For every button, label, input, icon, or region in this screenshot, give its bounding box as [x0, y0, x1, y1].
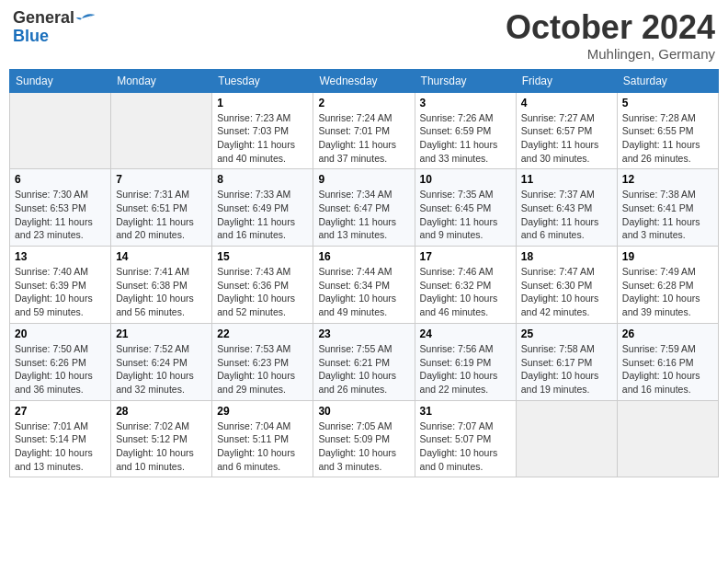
- day-info: Sunrise: 7:49 AM Sunset: 6:28 PM Dayligh…: [622, 265, 713, 319]
- day-of-week-header: Thursday: [415, 69, 516, 92]
- calendar-day-cell: 4Sunrise: 7:27 AM Sunset: 6:57 PM Daylig…: [516, 92, 617, 169]
- day-info: Sunrise: 7:31 AM Sunset: 6:51 PM Dayligh…: [116, 188, 207, 242]
- day-info: Sunrise: 7:56 AM Sunset: 6:19 PM Dayligh…: [420, 342, 511, 396]
- day-number: 1: [217, 97, 308, 109]
- day-info: Sunrise: 7:50 AM Sunset: 6:26 PM Dayligh…: [15, 342, 106, 396]
- calendar-day-cell: 18Sunrise: 7:47 AM Sunset: 6:30 PM Dayli…: [516, 247, 617, 324]
- calendar-day-cell: 22Sunrise: 7:53 AM Sunset: 6:23 PM Dayli…: [212, 323, 313, 400]
- calendar-day-cell: 31Sunrise: 7:07 AM Sunset: 5:07 PM Dayli…: [415, 400, 516, 477]
- day-info: Sunrise: 7:46 AM Sunset: 6:32 PM Dayligh…: [420, 265, 511, 319]
- calendar-day-cell: 15Sunrise: 7:43 AM Sunset: 6:36 PM Dayli…: [212, 247, 313, 324]
- day-number: 13: [15, 250, 106, 263]
- day-info: Sunrise: 7:30 AM Sunset: 6:53 PM Dayligh…: [15, 188, 106, 242]
- day-info: Sunrise: 7:26 AM Sunset: 6:59 PM Dayligh…: [420, 111, 511, 166]
- day-info: Sunrise: 7:01 AM Sunset: 5:14 PM Dayligh…: [15, 419, 106, 474]
- day-number: 4: [521, 97, 612, 109]
- day-number: 12: [622, 173, 713, 186]
- day-info: Sunrise: 7:55 AM Sunset: 6:21 PM Dayligh…: [318, 342, 409, 396]
- day-of-week-header: Monday: [111, 69, 212, 92]
- day-info: Sunrise: 7:37 AM Sunset: 6:43 PM Dayligh…: [521, 188, 612, 242]
- day-info: Sunrise: 7:24 AM Sunset: 7:01 PM Dayligh…: [318, 111, 409, 166]
- day-info: Sunrise: 7:04 AM Sunset: 5:11 PM Dayligh…: [217, 419, 308, 474]
- day-info: Sunrise: 7:47 AM Sunset: 6:30 PM Dayligh…: [521, 265, 612, 319]
- day-number: 23: [318, 327, 409, 340]
- day-info: Sunrise: 7:34 AM Sunset: 6:47 PM Dayligh…: [318, 188, 409, 242]
- calendar-day-cell: 9Sunrise: 7:34 AM Sunset: 6:47 PM Daylig…: [313, 169, 415, 247]
- day-info: Sunrise: 7:53 AM Sunset: 6:23 PM Dayligh…: [217, 342, 308, 396]
- day-number: 27: [15, 405, 106, 418]
- title-block: October 2024 Muhlingen, Germany: [506, 9, 715, 62]
- calendar-day-cell: 24Sunrise: 7:56 AM Sunset: 6:19 PM Dayli…: [415, 323, 516, 400]
- calendar-day-cell: 20Sunrise: 7:50 AM Sunset: 6:26 PM Dayli…: [10, 323, 111, 400]
- calendar-day-cell: 5Sunrise: 7:28 AM Sunset: 6:55 PM Daylig…: [617, 92, 718, 169]
- day-of-week-header: Tuesday: [212, 69, 313, 92]
- calendar-week-row: 6Sunrise: 7:30 AM Sunset: 6:53 PM Daylig…: [10, 169, 719, 247]
- day-of-week-header: Sunday: [10, 69, 111, 92]
- day-of-week-header: Saturday: [617, 69, 718, 92]
- calendar-day-cell: 7Sunrise: 7:31 AM Sunset: 6:51 PM Daylig…: [111, 169, 212, 247]
- day-info: Sunrise: 7:28 AM Sunset: 6:55 PM Dayligh…: [622, 111, 713, 166]
- day-info: Sunrise: 7:43 AM Sunset: 6:36 PM Dayligh…: [217, 265, 308, 319]
- day-number: 2: [318, 97, 409, 109]
- page-header: General Blue October 2024 Muhlingen, Ger…: [9, 9, 719, 62]
- calendar-day-cell: 23Sunrise: 7:55 AM Sunset: 6:21 PM Dayli…: [313, 323, 415, 400]
- day-number: 7: [116, 173, 207, 186]
- logo-general: General: [13, 9, 74, 28]
- day-number: 16: [318, 250, 409, 263]
- calendar-day-cell: [516, 400, 617, 477]
- day-number: 31: [420, 405, 511, 418]
- calendar-day-cell: [10, 92, 111, 169]
- day-number: 18: [521, 250, 612, 263]
- calendar-day-cell: 6Sunrise: 7:30 AM Sunset: 6:53 PM Daylig…: [10, 169, 111, 247]
- calendar-day-cell: 30Sunrise: 7:05 AM Sunset: 5:09 PM Dayli…: [313, 400, 415, 477]
- calendar-day-cell: [617, 400, 718, 477]
- day-info: Sunrise: 7:52 AM Sunset: 6:24 PM Dayligh…: [116, 342, 207, 396]
- day-number: 24: [420, 327, 511, 340]
- day-info: Sunrise: 7:41 AM Sunset: 6:38 PM Dayligh…: [116, 265, 207, 319]
- logo-bird-icon: [74, 9, 97, 28]
- calendar-day-cell: 14Sunrise: 7:41 AM Sunset: 6:38 PM Dayli…: [111, 247, 212, 324]
- day-number: 21: [116, 327, 207, 340]
- calendar-day-cell: 28Sunrise: 7:02 AM Sunset: 5:12 PM Dayli…: [111, 400, 212, 477]
- logo-blue: Blue: [13, 28, 49, 46]
- day-info: Sunrise: 7:35 AM Sunset: 6:45 PM Dayligh…: [420, 188, 511, 242]
- day-number: 9: [318, 173, 409, 186]
- calendar-day-cell: 25Sunrise: 7:58 AM Sunset: 6:17 PM Dayli…: [516, 323, 617, 400]
- day-number: 17: [420, 250, 511, 263]
- day-number: 11: [521, 173, 612, 186]
- day-number: 6: [15, 173, 106, 186]
- calendar-week-row: 20Sunrise: 7:50 AM Sunset: 6:26 PM Dayli…: [10, 323, 719, 400]
- calendar-day-cell: 8Sunrise: 7:33 AM Sunset: 6:49 PM Daylig…: [212, 169, 313, 247]
- day-number: 15: [217, 250, 308, 263]
- calendar-day-cell: 19Sunrise: 7:49 AM Sunset: 6:28 PM Dayli…: [617, 247, 718, 324]
- day-info: Sunrise: 7:07 AM Sunset: 5:07 PM Dayligh…: [420, 419, 511, 474]
- day-info: Sunrise: 7:23 AM Sunset: 7:03 PM Dayligh…: [217, 111, 308, 166]
- calendar-day-cell: 29Sunrise: 7:04 AM Sunset: 5:11 PM Dayli…: [212, 400, 313, 477]
- day-number: 26: [622, 327, 713, 340]
- calendar-day-cell: 21Sunrise: 7:52 AM Sunset: 6:24 PM Dayli…: [111, 323, 212, 400]
- calendar-day-cell: [111, 92, 212, 169]
- calendar-week-row: 27Sunrise: 7:01 AM Sunset: 5:14 PM Dayli…: [10, 400, 719, 477]
- day-number: 14: [116, 250, 207, 263]
- day-number: 3: [420, 97, 511, 109]
- day-info: Sunrise: 7:27 AM Sunset: 6:57 PM Dayligh…: [521, 111, 612, 166]
- day-number: 8: [217, 173, 308, 186]
- location: Muhlingen, Germany: [506, 46, 715, 62]
- day-number: 10: [420, 173, 511, 186]
- day-number: 29: [217, 405, 308, 418]
- day-info: Sunrise: 7:40 AM Sunset: 6:39 PM Dayligh…: [15, 265, 106, 319]
- day-number: 19: [622, 250, 713, 263]
- calendar-week-row: 13Sunrise: 7:40 AM Sunset: 6:39 PM Dayli…: [10, 247, 719, 324]
- day-number: 5: [622, 97, 713, 109]
- calendar-day-cell: 17Sunrise: 7:46 AM Sunset: 6:32 PM Dayli…: [415, 247, 516, 324]
- calendar-day-cell: 16Sunrise: 7:44 AM Sunset: 6:34 PM Dayli…: [313, 247, 415, 324]
- day-info: Sunrise: 7:02 AM Sunset: 5:12 PM Dayligh…: [116, 419, 207, 474]
- day-info: Sunrise: 7:58 AM Sunset: 6:17 PM Dayligh…: [521, 342, 612, 396]
- day-info: Sunrise: 7:44 AM Sunset: 6:34 PM Dayligh…: [318, 265, 409, 319]
- day-info: Sunrise: 7:59 AM Sunset: 6:16 PM Dayligh…: [622, 342, 713, 396]
- logo: General Blue: [13, 9, 97, 46]
- calendar-day-cell: 26Sunrise: 7:59 AM Sunset: 6:16 PM Dayli…: [617, 323, 718, 400]
- day-of-week-header: Friday: [516, 69, 617, 92]
- day-number: 28: [116, 405, 207, 418]
- day-info: Sunrise: 7:05 AM Sunset: 5:09 PM Dayligh…: [318, 419, 409, 474]
